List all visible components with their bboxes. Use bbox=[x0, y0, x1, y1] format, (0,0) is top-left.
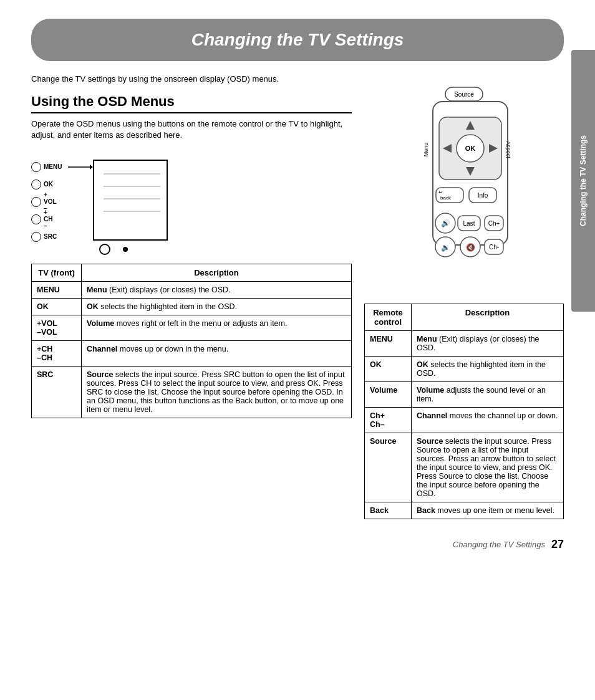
power-circle bbox=[99, 244, 110, 255]
button-labels-area: MENU OK +VOL– +CH– bbox=[31, 150, 62, 255]
src-circle bbox=[31, 232, 41, 242]
rc-key-cell: Volume bbox=[365, 382, 412, 408]
rc-desc-cell: OK selects the highlighted item in the O… bbox=[412, 357, 564, 382]
rc-key-cell: MENU bbox=[365, 331, 412, 357]
tv-diagram: MENU OK +VOL– +CH– bbox=[31, 150, 352, 255]
rc-desc-cell: Back moves up one item or menu level. bbox=[412, 502, 564, 519]
svg-text:Last: Last bbox=[463, 220, 475, 227]
btn-src: SRC bbox=[31, 228, 62, 246]
main-content: Change the TV settings by using the onsc… bbox=[0, 61, 595, 532]
tv-col1-header: TV (front) bbox=[32, 264, 82, 281]
table-row: OKOK selects the highlighted item in the… bbox=[365, 357, 564, 382]
remote-diagram: Source OK Menu Aspect bbox=[364, 74, 564, 295]
footer-italic-text: Changing the TV Settings bbox=[453, 540, 545, 549]
tv-key-cell: +VOL –VOL bbox=[32, 315, 82, 340]
vol-circle bbox=[31, 197, 41, 207]
rc-key-cell: Source bbox=[365, 433, 412, 502]
svg-text:Ch+: Ch+ bbox=[488, 220, 500, 227]
svg-text:back: back bbox=[440, 195, 452, 201]
tv-desc-cell: OK selects the highlighted item in the O… bbox=[82, 298, 352, 315]
page-footer: Changing the TV Settings 27 bbox=[0, 532, 595, 557]
left-column: Change the TV settings by using the onsc… bbox=[31, 74, 352, 519]
svg-text:OK: OK bbox=[465, 145, 476, 152]
rc-key-cell: Back bbox=[365, 502, 412, 519]
rc-desc-cell: Menu (Exit) displays (or closes) the OSD… bbox=[412, 331, 564, 357]
tv-desc-cell: Channel moves up or down in the menu. bbox=[82, 340, 352, 366]
tv-col2-header: Description bbox=[82, 264, 352, 281]
table-row: SRCSource selects the input source. Pres… bbox=[32, 366, 352, 418]
table-row: MENUMenu (Exit) displays (or closes) the… bbox=[365, 331, 564, 357]
right-column: Source OK Menu Aspect bbox=[364, 74, 564, 519]
table-row: +CH –CHChannel moves up or down in the m… bbox=[32, 340, 352, 366]
rc-desc-cell: Volume adjusts the sound level or an ite… bbox=[412, 382, 564, 408]
svg-text:Aspect: Aspect bbox=[505, 141, 511, 158]
tv-desc-cell: Menu (Exit) displays (or closes) the OSD… bbox=[82, 281, 352, 298]
rc-col2-header: Description bbox=[412, 304, 564, 331]
svg-text:🔉: 🔉 bbox=[441, 242, 450, 252]
table-row: OKOK selects the highlighted item in the… bbox=[32, 298, 352, 315]
tv-key-cell: +CH –CH bbox=[32, 340, 82, 366]
svg-text:Ch-: Ch- bbox=[489, 244, 499, 251]
tv-key-cell: MENU bbox=[32, 281, 82, 298]
svg-text:Menu: Menu bbox=[423, 143, 429, 157]
indicator-dot bbox=[123, 247, 128, 252]
osd-screen bbox=[93, 160, 168, 241]
tv-desc-cell: Source selects the input source. Press S… bbox=[82, 366, 352, 418]
svg-text:🔇: 🔇 bbox=[466, 242, 475, 252]
table-row: Ch+ Ch–Channel moves the channel up or d… bbox=[365, 408, 564, 433]
table-row: +VOL –VOLVolume moves right or left in t… bbox=[32, 315, 352, 340]
tv-key-cell: SRC bbox=[32, 366, 82, 418]
svg-text:Source: Source bbox=[454, 91, 474, 98]
button-labels: MENU OK +VOL– +CH– bbox=[31, 155, 62, 246]
ch-circle bbox=[31, 214, 41, 224]
rc-desc-cell: Channel moves the channel up or down. bbox=[412, 408, 564, 433]
rc-desc-cell: Source selects the input source. Press S… bbox=[412, 433, 564, 502]
page-title: Changing the TV Settings bbox=[31, 30, 564, 50]
svg-text:🔊: 🔊 bbox=[441, 218, 450, 228]
page-header: Changing the TV Settings bbox=[31, 19, 564, 61]
page-number: 27 bbox=[551, 538, 564, 551]
remote-control-table: Remotecontrol Description MENUMenu (Exit… bbox=[364, 304, 564, 519]
table-row: MENUMenu (Exit) displays (or closes) the… bbox=[32, 281, 352, 298]
tv-front-table: TV (front) Description MENUMenu (Exit) d… bbox=[31, 264, 352, 418]
remote-svg: Source OK Menu Aspect bbox=[395, 74, 533, 295]
tv-desc-cell: Volume moves right or left in the menu o… bbox=[82, 315, 352, 340]
intro-text: Change the TV settings by using the onsc… bbox=[31, 74, 352, 85]
btn-vol: +VOL– bbox=[31, 193, 62, 211]
svg-text:Info: Info bbox=[478, 192, 488, 199]
rc-key-cell: OK bbox=[365, 357, 412, 382]
rc-key-cell: Ch+ Ch– bbox=[365, 408, 412, 433]
side-tab: Changing the TV Settings bbox=[571, 50, 595, 312]
table-row: BackBack moves up one item or menu level… bbox=[365, 502, 564, 519]
table-row: VolumeVolume adjusts the sound level or … bbox=[365, 382, 564, 408]
section-desc: Operate the OSD menus using the buttons … bbox=[31, 118, 352, 141]
section-title: Using the OSD Menus bbox=[31, 93, 352, 113]
arrow-diagram bbox=[68, 161, 93, 173]
svg-text:↩: ↩ bbox=[438, 189, 443, 195]
menu-circle bbox=[31, 162, 41, 172]
table-row: SourceSource selects the input source. P… bbox=[365, 433, 564, 502]
side-tab-label: Changing the TV Settings bbox=[579, 135, 588, 226]
tv-key-cell: OK bbox=[32, 298, 82, 315]
ok-circle bbox=[31, 180, 41, 189]
btn-menu: MENU bbox=[31, 158, 62, 176]
btn-ch: +CH– bbox=[31, 211, 62, 228]
btn-ok: OK bbox=[31, 176, 62, 193]
rc-col1-header: Remotecontrol bbox=[365, 304, 412, 331]
